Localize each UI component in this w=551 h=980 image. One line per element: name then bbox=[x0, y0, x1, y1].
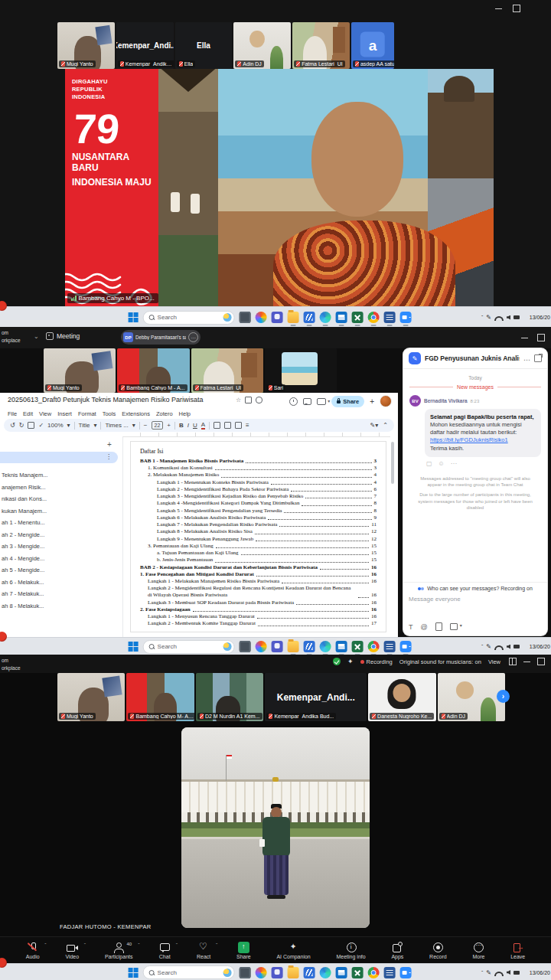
zoom-toolbar-item[interactable]: Meeting info bbox=[336, 942, 365, 959]
excel-icon[interactable] bbox=[352, 641, 364, 652]
outlook-icon[interactable] bbox=[336, 641, 347, 652]
taskbar-search[interactable]: Search bbox=[143, 965, 235, 979]
zoom-toolbar-item[interactable]: AI Companion bbox=[276, 942, 310, 959]
edge-icon[interactable] bbox=[320, 641, 331, 652]
menu-item[interactable]: Edit bbox=[23, 410, 33, 417]
undo-icon[interactable]: ↺ bbox=[10, 423, 15, 429]
pop-out-icon[interactable] bbox=[534, 354, 542, 362]
tray-chevron-icon[interactable] bbox=[481, 970, 483, 975]
participant-thumbnail[interactable]: a asdep AA satu bbox=[351, 22, 394, 69]
zoom-toolbar-item[interactable]: Apps bbox=[391, 942, 403, 959]
app-icon-taskview[interactable] bbox=[240, 641, 251, 652]
outline-item[interactable]: ah 5 - Mengide... bbox=[2, 564, 122, 577]
outline-item[interactable]: ah 7 - Melakuk... bbox=[2, 588, 122, 600]
app-icon-blue[interactable] bbox=[304, 967, 315, 978]
menu-item[interactable]: Tools bbox=[103, 410, 116, 417]
volume-icon[interactable] bbox=[507, 970, 510, 975]
participant-thumbnail[interactable]: Kemenpar_Andi... Kemenpar_Andika Bud... bbox=[116, 22, 174, 69]
wifi-icon[interactable] bbox=[494, 972, 504, 976]
chrome-icon[interactable] bbox=[368, 641, 380, 652]
participant-thumbnail[interactable]: Adin DJ bbox=[233, 22, 291, 69]
file-explorer-icon[interactable] bbox=[288, 641, 299, 652]
outline-item[interactable]: kukan Manajem... bbox=[2, 505, 122, 518]
menu-item[interactable]: Help bbox=[179, 410, 191, 417]
participant-thumbnail[interactable]: Sari bbox=[265, 348, 337, 393]
editing-mode-icon[interactable]: ✎▾ bbox=[370, 423, 379, 429]
shared-screen-pill[interactable]: DP Debby Paramitasari's screen bbox=[121, 330, 201, 345]
camera-tray-icon[interactable] bbox=[514, 645, 520, 648]
font-size-decrease[interactable]: − bbox=[144, 423, 148, 429]
bold-icon[interactable]: B bbox=[179, 423, 184, 429]
wifi-icon[interactable] bbox=[494, 645, 504, 650]
chat-more-icon[interactable] bbox=[523, 351, 530, 365]
participant-thumbnail[interactable]: Danesta Nugroho Ke... bbox=[368, 673, 435, 721]
chat-input[interactable]: Message everyone bbox=[409, 596, 542, 603]
pen-icon[interactable] bbox=[486, 643, 491, 650]
outline-item[interactable]: nikasi dan Kons... bbox=[2, 493, 122, 505]
menu-item[interactable]: View bbox=[39, 410, 51, 417]
version-history-icon[interactable] bbox=[289, 397, 298, 406]
minimize-icon[interactable] bbox=[521, 338, 528, 338]
volume-icon[interactable] bbox=[507, 645, 510, 649]
tray-date[interactable]: 13/06/20 bbox=[523, 315, 550, 320]
visibility-note[interactable]: Who can see your messages? Recording on bbox=[427, 586, 533, 591]
teams-icon[interactable] bbox=[272, 312, 283, 323]
volume-icon[interactable] bbox=[507, 315, 510, 320]
message-more-icon[interactable] bbox=[451, 460, 457, 467]
outline-item[interactable]: ah 3 - Mengide... bbox=[2, 541, 122, 553]
teams-icon[interactable] bbox=[272, 967, 283, 978]
word-icon[interactable] bbox=[384, 312, 396, 323]
participant-thumbnail[interactable]: Fatma Lestari_UI bbox=[292, 22, 350, 69]
zoom-app-icon[interactable] bbox=[400, 641, 412, 652]
menu-item[interactable]: Zotero bbox=[156, 410, 173, 417]
taskbar-search[interactable]: Search bbox=[143, 640, 235, 654]
maximize-icon[interactable] bbox=[513, 5, 520, 12]
menu-item[interactable]: Insert bbox=[57, 410, 72, 417]
taskbar-search[interactable]: Search bbox=[143, 311, 235, 325]
excel-icon[interactable] bbox=[352, 967, 364, 978]
move-folder-icon[interactable] bbox=[245, 397, 252, 405]
italic-icon[interactable]: I bbox=[187, 423, 189, 429]
font-size-value[interactable]: 22 bbox=[152, 421, 164, 430]
participant-thumbnail[interactable]: Bambang Cahyo M - A... bbox=[117, 348, 189, 393]
link-icon[interactable] bbox=[214, 422, 220, 429]
text-color-icon[interactable]: A bbox=[201, 422, 205, 430]
menu-item[interactable]: File bbox=[8, 410, 17, 417]
participant-thumbnail[interactable]: D2 M Nurdin A1 Kem... bbox=[196, 673, 263, 721]
app-icon-taskview[interactable] bbox=[240, 967, 251, 978]
security-shield-icon[interactable] bbox=[333, 658, 341, 665]
document-title[interactable]: 20250613_Draft0 Petunjuk Teknis Manajeme… bbox=[8, 396, 203, 403]
outlook-icon[interactable] bbox=[336, 967, 347, 978]
menu-item[interactable]: Extensions bbox=[122, 410, 150, 417]
minimize-icon[interactable] bbox=[495, 8, 502, 9]
underline-icon[interactable]: U bbox=[193, 423, 197, 429]
reply-icon[interactable] bbox=[426, 460, 432, 467]
emoji-reaction-icon[interactable] bbox=[439, 460, 445, 467]
more-options-icon[interactable] bbox=[188, 332, 198, 342]
chrome-icon[interactable] bbox=[368, 967, 380, 978]
word-icon[interactable] bbox=[384, 641, 396, 652]
camera-tray-icon[interactable] bbox=[514, 315, 520, 319]
participant-thumbnail[interactable]: Bambang Cahyo M- Asde... bbox=[126, 673, 194, 721]
pen-icon[interactable] bbox=[486, 969, 491, 976]
outline-item[interactable]: ah 4 - Mengide... bbox=[2, 553, 122, 565]
app-icon-blue[interactable] bbox=[304, 641, 315, 652]
pen-icon[interactable] bbox=[486, 314, 491, 321]
image-icon[interactable] bbox=[235, 422, 242, 429]
edge-icon[interactable] bbox=[320, 967, 331, 978]
comment-add-icon[interactable] bbox=[224, 422, 231, 429]
add-tab-icon[interactable]: + bbox=[107, 440, 112, 449]
zoom-toolbar-item[interactable]: Chat bbox=[158, 942, 171, 959]
outline-selected-tab[interactable] bbox=[0, 452, 118, 463]
spellcheck-icon[interactable]: ✓ bbox=[38, 423, 44, 429]
zoom-toolbar-item[interactable]: Leave bbox=[510, 942, 525, 959]
attach-file-icon[interactable] bbox=[435, 622, 442, 631]
zoom-toolbar-item[interactable]: Audio bbox=[26, 942, 40, 959]
outline-item[interactable]: anajemen Risik... bbox=[2, 482, 122, 494]
next-page-arrow[interactable]: › bbox=[497, 690, 510, 703]
file-explorer-icon[interactable] bbox=[288, 312, 299, 323]
app-icon-blue[interactable] bbox=[304, 312, 315, 323]
document-page[interactable]: Daftar Isi BAB 1 - Manajemen Risiko Bisn… bbox=[130, 441, 386, 632]
participant-thumbnail[interactable]: Mugi Yanto bbox=[57, 22, 115, 69]
recording-indicator[interactable]: Recording bbox=[360, 658, 393, 665]
